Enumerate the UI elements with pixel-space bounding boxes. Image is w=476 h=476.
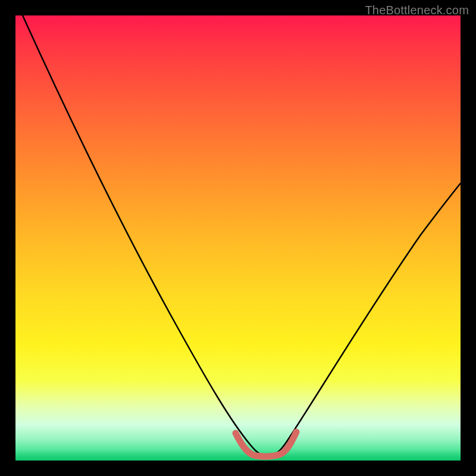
bottleneck-highlight bbox=[236, 432, 296, 456]
curve-layer bbox=[15, 15, 461, 461]
watermark-text: TheBottleneck.com bbox=[365, 4, 469, 17]
bottleneck-curve bbox=[23, 15, 461, 456]
plot-area bbox=[15, 15, 461, 461]
chart-frame: TheBottleneck.com bbox=[0, 0, 476, 476]
